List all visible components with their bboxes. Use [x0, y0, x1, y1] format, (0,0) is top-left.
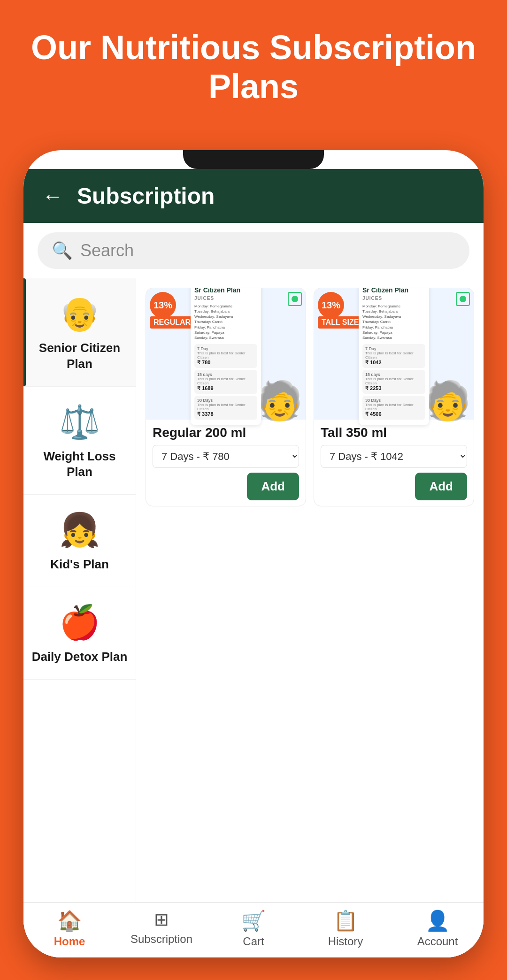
- weightloss-icon: ⚖️: [59, 401, 101, 443]
- sidebar-item-detox[interactable]: 🍎 Daily Detox Plan: [23, 587, 136, 680]
- phone-notch: [183, 150, 324, 169]
- nav-item-home[interactable]: 🏠 Home: [23, 909, 115, 948]
- account-icon: 👤: [425, 909, 450, 932]
- cart-icon: 🛒: [241, 909, 266, 932]
- history-icon: 📋: [333, 909, 358, 932]
- product-title-regular: Regular 200 ml: [153, 425, 299, 440]
- discount-badge-tall: 13%: [318, 292, 344, 318]
- sidebar-label-weightloss: Weight Loss Plan: [31, 449, 129, 481]
- nav-item-cart[interactable]: 🛒 Cart: [207, 909, 300, 948]
- veg-icon-regular: [288, 292, 302, 306]
- product-title-tall: Tall 350 ml: [321, 425, 467, 440]
- sidebar-label-kids: Kid's Plan: [50, 557, 109, 573]
- nav-label-account: Account: [417, 935, 458, 948]
- search-input[interactable]: Search: [80, 241, 134, 260]
- product-select-tall[interactable]: 7 Days - ₹ 1042 15 Days - ₹ 2253 30 Days…: [321, 445, 467, 468]
- product-select-regular[interactable]: 7 Days - ₹ 780 15 Days - ₹ 1689 30 Days …: [153, 445, 299, 468]
- sidebar-label-senior: Senior Citizen Plan: [31, 340, 129, 372]
- plan-image-mock-tall: Sr Citizen Plan JUICES Monday: Pomegrana…: [359, 288, 429, 425]
- add-button-tall[interactable]: Add: [415, 473, 467, 500]
- phone-mockup: ← Subscription 🔍 Search 👴 Senior Citizen…: [23, 150, 484, 957]
- veg-icon-tall: [456, 292, 470, 306]
- senior-character-regular: 🧓: [256, 382, 303, 420]
- active-indicator: [23, 278, 26, 386]
- product-image-regular: 13% ReGULAR SIZE Sr Citizen Plan JUICES …: [146, 288, 306, 420]
- screen-title: Subscription: [77, 183, 215, 209]
- sidebar-item-senior[interactable]: 👴 Senior Citizen Plan: [23, 278, 136, 387]
- product-card-regular: 13% ReGULAR SIZE Sr Citizen Plan JUICES …: [146, 288, 306, 506]
- product-info-regular: Regular 200 ml 7 Days - ₹ 780 15 Days - …: [146, 420, 306, 506]
- size-badge-tall: TALL SIZE: [318, 316, 362, 329]
- main-content: 👴 Senior Citizen Plan ⚖️ Weight Loss Pla…: [23, 278, 484, 902]
- app-container: ← Subscription 🔍 Search 👴 Senior Citizen…: [23, 169, 484, 957]
- nav-item-subscription[interactable]: ⊞ Subscription: [115, 909, 207, 948]
- discount-badge-regular: 13%: [150, 292, 176, 318]
- sidebar-label-detox: Daily Detox Plan: [32, 649, 128, 665]
- nav-label-cart: Cart: [243, 935, 264, 948]
- nav-item-account[interactable]: 👤 Account: [392, 909, 484, 948]
- senior-character-tall: 🧓: [424, 382, 471, 420]
- back-button[interactable]: ←: [42, 184, 63, 208]
- product-info-tall: Tall 350 ml 7 Days - ₹ 1042 15 Days - ₹ …: [314, 420, 474, 506]
- search-icon: 🔍: [52, 241, 73, 260]
- nav-label-home: Home: [54, 935, 85, 948]
- sidebar: 👴 Senior Citizen Plan ⚖️ Weight Loss Pla…: [23, 278, 136, 902]
- sidebar-item-weightloss[interactable]: ⚖️ Weight Loss Plan: [23, 387, 136, 495]
- search-bar[interactable]: 🔍 Search: [38, 232, 469, 269]
- nav-label-history: History: [328, 935, 363, 948]
- product-image-tall: 13% TALL SIZE Sr Citizen Plan JUICES Mon…: [314, 288, 474, 420]
- bottom-nav: 🏠 Home ⊞ Subscription 🛒 Cart 📋 History 👤…: [23, 902, 484, 957]
- home-icon: 🏠: [57, 909, 82, 932]
- nav-item-history[interactable]: 📋 History: [300, 909, 392, 948]
- add-button-regular[interactable]: Add: [247, 473, 299, 500]
- top-bar: ← Subscription: [23, 169, 484, 223]
- header-section: Our Nutritious Subscription Plans: [0, 0, 507, 125]
- product-card-tall: 13% TALL SIZE Sr Citizen Plan JUICES Mon…: [314, 288, 474, 506]
- nav-label-subscription: Subscription: [131, 933, 192, 946]
- kids-icon: 👧: [59, 509, 101, 551]
- search-container: 🔍 Search: [23, 223, 484, 278]
- detox-icon: 🍎: [59, 601, 101, 643]
- page-title: Our Nutritious Subscription Plans: [19, 28, 488, 106]
- sidebar-item-kids[interactable]: 👧 Kid's Plan: [23, 495, 136, 587]
- plan-image-mock-regular: Sr Citizen Plan JUICES Monday: Pomegrana…: [191, 288, 261, 425]
- products-area: 13% ReGULAR SIZE Sr Citizen Plan JUICES …: [136, 278, 484, 902]
- subscription-icon: ⊞: [154, 909, 169, 930]
- senior-icon: 👴: [59, 292, 101, 335]
